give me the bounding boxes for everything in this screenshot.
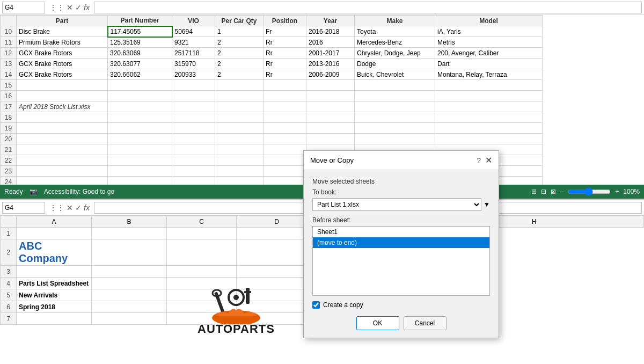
dialog-create-copy-checkbox[interactable] — [312, 301, 320, 309]
dialog-title-icons: ? ✕ — [477, 155, 492, 165]
dialog-move-label: Move selected sheets — [312, 178, 490, 185]
dialog-beforesheet-label: Before sheet: — [312, 216, 490, 224]
dialog-tobook-label: To book: — [312, 188, 490, 196]
dialog-create-copy-row: Create a copy — [312, 301, 490, 309]
dialog-ok-button[interactable]: OK — [356, 316, 399, 330]
dialog-create-copy-label: Create a copy — [323, 301, 363, 309]
dialog-tobook-select[interactable]: Part List 1.xlsx — [312, 198, 481, 211]
dialog-dropdown-icon: ▼ — [484, 201, 490, 208]
dialog-sheet-list[interactable]: Sheet1 (move to end) — [312, 226, 490, 296]
dialog-help-icon[interactable]: ? — [477, 156, 481, 165]
dialog-title: Move or Copy — [310, 156, 354, 164]
move-copy-dialog: Move or Copy ? ✕ Move selected sheets To… — [303, 150, 499, 338]
dialog-buttons: OK Cancel — [312, 316, 490, 330]
dialog-tobook-row: Part List 1.xlsx ▼ — [312, 198, 490, 211]
dialog-sheet-item-sheet1[interactable]: Sheet1 — [313, 227, 489, 237]
dialog-title-bar: Move or Copy ? ✕ — [304, 151, 499, 170]
dialog-sheet-item-move-to-end[interactable]: (move to end) — [313, 237, 489, 248]
dialog-close-button[interactable]: ✕ — [485, 155, 492, 165]
dialog-cancel-button[interactable]: Cancel — [404, 316, 447, 330]
dialog-body: Move selected sheets To book: Part List … — [304, 170, 499, 338]
dialog-overlay: Move or Copy ? ✕ Move selected sheets To… — [0, 0, 644, 364]
